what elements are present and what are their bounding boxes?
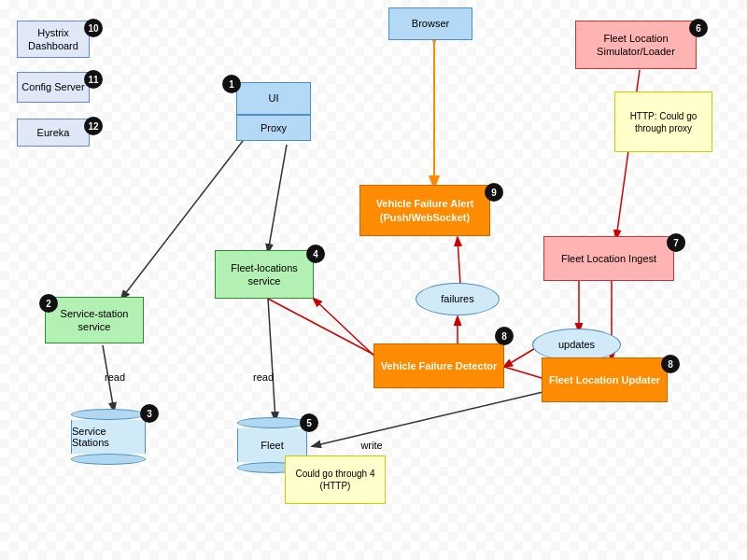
read-label-2: read — [247, 369, 280, 385]
write-text: write — [360, 439, 382, 452]
cylinder-top-ss — [71, 409, 146, 420]
badge-8a: 8 — [661, 355, 680, 373]
cylinder-body-ss: Service Stations — [71, 420, 146, 454]
vehicle-failure-detector-node: Vehicle Failure Detector — [374, 343, 504, 388]
browser-node: Browser — [388, 7, 472, 40]
service-station-node: Service-station service — [45, 297, 144, 343]
browser-label: Browser — [412, 17, 449, 30]
badge-7: 7 — [667, 233, 685, 252]
fleet-location-updater-label: Fleet Location Updater — [549, 373, 660, 386]
hystrix-dashboard-node: Hystrix Dashboard — [17, 21, 90, 58]
svg-line-3 — [268, 299, 383, 359]
badge-11: 11 — [84, 70, 103, 89]
failures-label: failures — [441, 292, 473, 305]
badge-9: 9 — [485, 183, 503, 202]
http4-label: Could go through 4 (HTTP) — [286, 468, 385, 492]
http-proxy-note: HTTP: Could go through proxy — [614, 91, 712, 152]
badge-1: 1 — [222, 75, 241, 93]
http4-note: Could go through 4 (HTTP) — [285, 455, 386, 504]
service-station-label: Service-station service — [46, 307, 143, 334]
config-server-label: Config Server — [21, 80, 84, 93]
svg-line-5 — [268, 299, 275, 420]
badge-12: 12 — [84, 117, 103, 135]
eureka-label: Eureka — [37, 126, 70, 139]
service-stations-label: Service Stations — [72, 426, 145, 448]
diagram-container: Hystrix Dashboard 10 Config Server 11 Eu… — [0, 0, 747, 560]
vehicle-failure-alert-label: Vehicle Failure Alert (Push/WebSocket) — [360, 197, 489, 224]
svg-line-11 — [313, 390, 551, 446]
proxy-node: Proxy — [236, 115, 311, 141]
badge-8b: 8 — [495, 327, 514, 345]
svg-line-1 — [268, 145, 287, 252]
service-stations-db: Service Stations — [71, 409, 146, 465]
svg-line-14 — [314, 299, 383, 364]
updates-label: updates — [558, 338, 595, 351]
fleet-locations-label: Fleet-locations service — [216, 261, 313, 288]
fleet-location-simulator-label: Fleet Location Simulator/Loader — [576, 32, 696, 59]
fleet-locations-node: Fleet-locations service — [215, 250, 314, 299]
eureka-node: Eureka — [17, 119, 90, 147]
cylinder-bottom-ss — [71, 454, 146, 465]
badge-4: 4 — [306, 245, 325, 263]
badge-6: 6 — [689, 19, 708, 37]
fleet-location-simulator-node: Fleet Location Simulator/Loader — [575, 21, 697, 69]
updates-ellipse: updates — [532, 329, 621, 361]
vehicle-failure-detector-label: Vehicle Failure Detector — [381, 359, 498, 372]
fleet-db-label: Fleet — [261, 440, 283, 451]
svg-line-6 — [458, 238, 460, 285]
http-proxy-label: HTTP: Could go through proxy — [615, 110, 712, 134]
proxy-label: Proxy — [261, 121, 287, 134]
read-text-1: read — [105, 371, 125, 384]
read-label-1: read — [98, 369, 132, 385]
config-server-node: Config Server — [17, 72, 90, 103]
fleet-location-ingest-label: Fleet Location Ingest — [561, 252, 656, 265]
fleet-location-ingest-node: Fleet Location Ingest — [543, 236, 674, 281]
vehicle-failure-alert-node: Vehicle Failure Alert (Push/WebSocket) — [359, 185, 490, 236]
ui-node: UI — [236, 82, 311, 115]
badge-3: 3 — [140, 404, 159, 423]
failures-ellipse: failures — [416, 283, 500, 315]
write-label: write — [355, 437, 388, 454]
badge-5: 5 — [300, 413, 318, 432]
ui-label: UI — [269, 91, 279, 105]
badge-10: 10 — [84, 19, 103, 37]
svg-line-8 — [504, 347, 537, 367]
fleet-location-updater-node: Fleet Location Updater — [542, 357, 668, 402]
cylinder-top-f — [237, 417, 307, 428]
hystrix-label: Hystrix Dashboard — [18, 26, 89, 53]
read-text-2: read — [253, 371, 274, 384]
badge-2: 2 — [39, 294, 58, 313]
